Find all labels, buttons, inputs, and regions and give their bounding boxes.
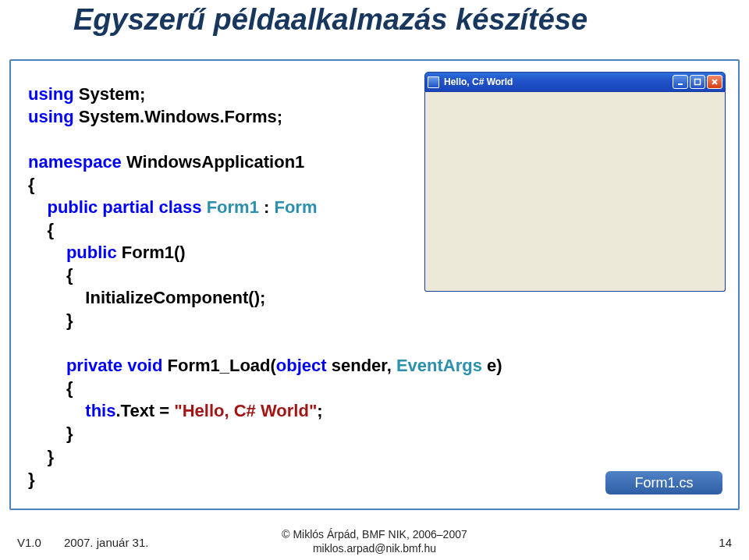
code-text: } <box>28 470 35 489</box>
code-text <box>28 243 66 262</box>
type-name: EventArgs <box>396 356 482 375</box>
window-title: Hello, C# World <box>444 76 673 87</box>
keyword: this <box>85 401 115 420</box>
maximize-button[interactable] <box>690 75 705 89</box>
keyword: public partial class <box>47 197 206 217</box>
slide: Egyszerű példaalkalmazás készítése using… <box>0 0 749 560</box>
code-text <box>28 197 47 217</box>
type-name: Form <box>274 197 317 217</box>
copyright: © Miklós Árpád, BMF NIK, 2006–2007 miklo… <box>0 528 749 555</box>
code-text: .Text = <box>115 401 174 420</box>
type-name: Form1 <box>207 197 259 217</box>
sample-window: Hello, C# World <box>424 72 726 293</box>
footer: V1.0 2007. január 31. © Miklós Árpád, BM… <box>0 518 749 560</box>
page-number: 14 <box>719 536 732 549</box>
code-text: sender, <box>327 356 396 375</box>
code-text: System; <box>74 84 146 104</box>
code-text: } <box>28 310 73 330</box>
close-button[interactable] <box>707 75 722 89</box>
window-client-area <box>424 92 726 292</box>
svg-rect-1 <box>695 80 701 85</box>
code-text: Form1_Load( <box>162 356 275 375</box>
copyright-line2: miklos.arpad@nik.bmf.hu <box>313 542 436 555</box>
keyword: namespace <box>28 152 122 172</box>
keyword: private void <box>66 356 162 375</box>
code-text: { <box>28 175 35 194</box>
content-frame: using System; using System.Windows.Forms… <box>9 59 740 510</box>
keyword: public <box>66 243 117 262</box>
code-text: { <box>28 378 73 398</box>
code-text: ; <box>317 401 322 420</box>
keyword: using <box>28 107 74 126</box>
code-text: } <box>28 447 54 466</box>
keyword: using <box>28 84 74 104</box>
code-text: : <box>259 197 275 217</box>
code-text: } <box>28 424 73 443</box>
code-text: { <box>28 220 54 239</box>
code-text: { <box>28 265 73 285</box>
code-text: WindowsApplication1 <box>122 152 304 172</box>
code-text <box>28 401 85 420</box>
copyright-line1: © Miklós Árpád, BMF NIK, 2006–2007 <box>282 528 467 541</box>
code-text: Form1() <box>117 243 186 262</box>
app-icon <box>428 76 439 88</box>
code-text: System.Windows.Forms; <box>74 107 283 126</box>
window-titlebar: Hello, C# World <box>424 72 726 92</box>
slide-title: Egyszerű példaalkalmazás készítése <box>73 3 587 37</box>
string-literal: "Hello, C# World" <box>174 401 317 420</box>
code-text <box>28 356 66 375</box>
code-text: InitializeComponent(); <box>28 288 265 307</box>
filename-badge: Form1.cs <box>605 471 722 494</box>
minimize-button[interactable] <box>673 75 688 89</box>
window-buttons <box>673 75 722 89</box>
code-text: e) <box>482 356 502 375</box>
filename-text: Form1.cs <box>634 475 693 491</box>
keyword: object <box>276 356 327 375</box>
